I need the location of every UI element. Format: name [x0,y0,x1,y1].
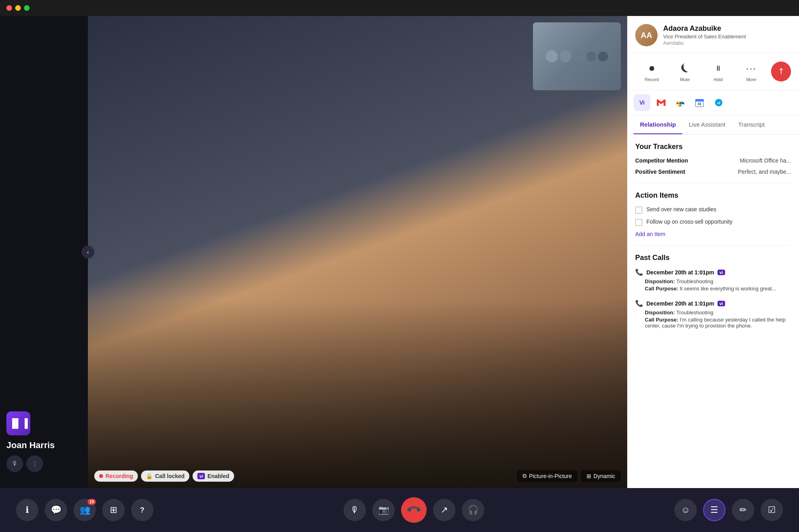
pen-button[interactable]: ✏ [732,499,754,521]
camera-off-icon: 📷 [378,505,389,515]
hold-label: Hold [714,77,723,82]
video-pip-buttons: ⧉ Picture-in-Picture ⊞ Dynamic [517,470,621,482]
participant-more-button[interactable]: ⋮ [26,455,43,472]
hold-button[interactable]: ⏸ Hold [702,58,735,85]
svg-rect-1 [696,99,704,102]
svg-text:31: 31 [698,102,702,106]
video-bottom-bar: Recording 🔒 Call locked vi Enabled ⧉ Pic… [94,470,621,482]
traffic-lights [6,5,30,11]
more-button[interactable]: ··· More [735,58,768,85]
vi-integration-button[interactable]: Vi [634,94,650,111]
vi-label: vi [197,473,205,479]
microphone-button[interactable]: 🎙 [344,499,366,521]
pip-group-video [533,22,621,90]
tasks-icon: ☑ [768,505,776,515]
mic-icon: 🎙 [12,460,18,467]
participants-icon: 👥 [80,505,90,515]
action-checkbox-1[interactable] [635,206,642,214]
action-item-2: Follow up on cross-sell opportunity [635,218,791,226]
tracker-sentiment-value: Perfect, and maybe... [738,169,791,175]
screen-share-button[interactable]: ↗ [433,499,455,521]
end-call-panel-button[interactable]: ↙ [771,62,791,81]
enabled-label: Enabled [207,473,229,479]
svg-text:sf: sf [717,101,721,105]
dynamic-button[interactable]: ⊞ Dynamic [581,470,621,482]
past-calls-title: Past Calls [635,254,791,262]
drive-integration-button[interactable] [672,94,689,111]
right-panel: AA Adaora Azabuike Vice President of Sal… [627,16,799,488]
participant-mute-button[interactable]: 🎙 [6,455,23,472]
participant-controls: 🎙 ⋮ [6,455,43,472]
add-item-link[interactable]: Add an Item [635,231,791,237]
vi-enabled-badge: vi Enabled [193,470,234,482]
contact-avatar: AA [635,24,658,46]
info-button[interactable]: ℹ [16,499,38,521]
share-screen-button[interactable]: ⊞ [102,499,125,521]
tab-live-assistant[interactable]: Live Assistant [682,115,732,134]
mute-button[interactable]: ⏾ Mute [668,58,702,85]
record-button[interactable]: ⏺ Record [635,58,668,85]
main-content: ‹ ▐▌▐ Joan Harris 🎙 ⋮ [0,16,799,488]
video-area: Recording 🔒 Call locked vi Enabled ⧉ Pic… [88,16,627,488]
more-label: More [746,77,756,82]
call-phone-icon-1: 📞 [635,268,643,276]
past-call-2-disposition: Disposition: Troubleshooting [635,310,791,316]
share-icon: ⊞ [110,505,117,515]
minimize-button[interactable] [15,5,21,11]
participant-name: Joan Harris [6,440,55,451]
headphone-button[interactable]: 🎧 [462,499,484,521]
contact-company: Aerolabs [663,40,791,46]
chat-icon: 💬 [51,505,62,515]
contact-name: Adaora Azabuike [663,24,791,33]
toolbar-right-group: ☺ ☰ ✏ ☑ [674,499,783,521]
recording-badge: Recording [94,470,138,482]
sidebar-collapse-button[interactable]: ‹ [81,246,94,258]
tracker-row-competitor: Competitor Mention Microsoft Office ha..… [635,157,791,164]
record-icon: ⏺ [645,61,659,75]
chat-button[interactable]: 💬 [45,499,67,521]
gmail-integration-button[interactable] [653,94,670,111]
dynamic-icon: ⊞ [586,473,591,479]
end-call-button[interactable]: 📞 [401,497,427,523]
vi-badge-2: vi [718,301,725,306]
participant-avatar: ▐▌▐ [6,411,30,435]
tracker-row-sentiment: Positive Sentiment Perfect, and maybe... [635,169,791,175]
vi-badge-1: vi [718,270,725,275]
notes-button[interactable]: ☰ [703,499,725,521]
notes-icon: ☰ [710,505,718,515]
salesforce-integration-button[interactable]: sf [710,94,727,111]
pip-icon: ⧉ [523,472,527,479]
hold-icon: ⏸ [711,61,725,75]
action-text-1: Send over new case studies [646,206,716,212]
calendar-integration-button[interactable]: 31 [691,94,708,111]
camera-button[interactable]: 📷 [372,499,395,521]
emoji-icon: ☺ [681,505,690,515]
call-locked-badge: 🔒 Call locked [141,470,189,482]
dynamic-label: Dynamic [594,473,615,479]
toolbar-left-group: ℹ 💬 👥 19 ⊞ ? [16,499,153,521]
headphone-icon: 🎧 [468,505,479,515]
call-actions: ⏺ Record ⏾ Mute ⏸ Hold ··· More ↙ [627,53,799,90]
recording-dot [99,474,103,478]
past-call-2: 📞 December 20th at 1:01pm vi Disposition… [635,300,791,329]
emoji-button[interactable]: ☺ [674,499,697,521]
past-call-1-header: 📞 December 20th at 1:01pm vi [635,268,791,276]
close-button[interactable] [6,5,12,11]
chevron-left-icon: ‹ [87,249,89,255]
participants-count: 19 [87,499,96,505]
tracker-competitor-label: Competitor Mention [635,157,699,164]
picture-in-picture-button[interactable]: ⧉ Picture-in-Picture [517,470,577,482]
help-button[interactable]: ? [131,499,153,521]
tab-relationship[interactable]: Relationship [634,115,682,134]
tab-transcript[interactable]: Transcript [732,115,771,134]
microphone-icon: 🎙 [350,505,359,515]
action-checkbox-2[interactable] [635,219,642,226]
screen-share-icon: ↗ [441,505,448,515]
tasks-button[interactable]: ☑ [761,499,783,521]
action-item-1: Send over new case studies [635,206,791,214]
mute-icon: ⏾ [678,61,692,75]
maximize-button[interactable] [24,5,30,11]
contact-header: AA Adaora Azabuike Vice President of Sal… [627,16,799,53]
participants-button[interactable]: 👥 19 [74,499,96,521]
mute-label: Mute [680,77,690,82]
